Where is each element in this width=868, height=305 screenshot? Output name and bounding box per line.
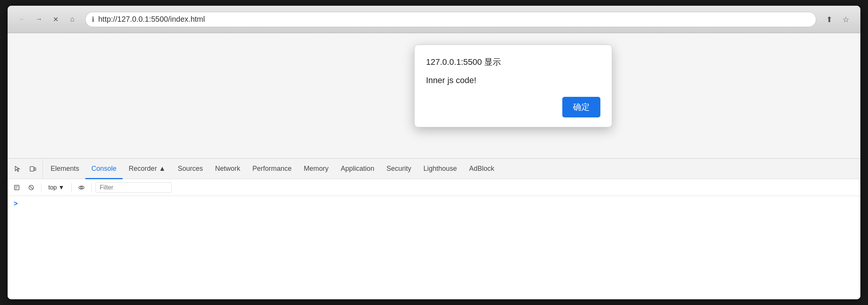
svg-point-6: [81, 186, 83, 188]
url-text: http://127.0.0.1:5500/index.html: [98, 15, 205, 24]
home-icon: ⌂: [70, 15, 75, 23]
home-button[interactable]: ⌂: [65, 13, 79, 26]
browser-chrome: ← → ✕ ⌂ ℹ http://127.0.0.1:5500/index.ht…: [8, 6, 860, 33]
svg-line-4: [30, 186, 33, 189]
toolbar-separator: [41, 183, 41, 192]
devtools-icon-buttons: [11, 159, 43, 179]
bookmark-icon: ☆: [842, 15, 849, 24]
toolbar-separator-3: [91, 183, 92, 192]
context-label: top: [48, 184, 57, 191]
console-toolbar: top ▼: [8, 179, 860, 196]
eye-button[interactable]: [75, 181, 88, 194]
filter-input[interactable]: [96, 182, 172, 193]
device-toolbar-button[interactable]: [26, 162, 40, 176]
browser-content: 127.0.0.1:5500 显示 Inner js code! 确定: [8, 33, 860, 299]
devtools-panel: Elements Console Recorder ▲ Sources Netw…: [8, 158, 860, 299]
cursor-icon: [14, 165, 21, 172]
info-icon: ℹ: [92, 15, 94, 24]
no-icon-button[interactable]: [25, 181, 37, 194]
tab-memory[interactable]: Memory: [298, 159, 335, 179]
inspect-element-button[interactable]: [11, 162, 24, 176]
browser-window: ← → ✕ ⌂ ℹ http://127.0.0.1:5500/index.ht…: [8, 6, 860, 299]
browser-titlebar: ← → ✕ ⌂ ℹ http://127.0.0.1:5500/index.ht…: [8, 6, 860, 33]
share-button[interactable]: ⬆: [822, 13, 836, 26]
alert-ok-button[interactable]: 确定: [562, 97, 600, 117]
tab-network[interactable]: Network: [209, 159, 246, 179]
context-selector[interactable]: top ▼: [45, 183, 67, 193]
share-icon: ⬆: [826, 15, 833, 24]
alert-dialog: 127.0.0.1:5500 显示 Inner js code! 确定: [414, 45, 612, 127]
tab-adblock[interactable]: AdBlock: [463, 159, 500, 179]
bookmark-button[interactable]: ☆: [839, 13, 853, 26]
svg-rect-1: [34, 168, 36, 170]
nav-buttons: ← → ✕ ⌂: [15, 13, 79, 26]
forward-button[interactable]: →: [32, 13, 46, 26]
tab-security[interactable]: Security: [380, 159, 417, 179]
tab-console[interactable]: Console: [85, 159, 123, 179]
back-button[interactable]: ←: [15, 13, 29, 26]
console-prompt: >: [14, 200, 854, 208]
toolbar-right: ⬆ ☆: [822, 13, 853, 26]
page-area: 127.0.0.1:5500 显示 Inner js code! 确定: [8, 33, 860, 158]
toolbar-separator-2: [71, 183, 72, 192]
tab-recorder[interactable]: Recorder ▲: [123, 159, 172, 179]
alert-title: 127.0.0.1:5500 显示: [426, 56, 600, 68]
tab-application[interactable]: Application: [335, 159, 380, 179]
address-bar[interactable]: ℹ http://127.0.0.1:5500/index.html: [85, 12, 816, 27]
block-icon: [28, 185, 34, 191]
svg-rect-0: [30, 167, 34, 171]
reload-icon: ✕: [53, 15, 59, 24]
clear-icon: [14, 185, 20, 191]
forward-icon: →: [35, 15, 42, 23]
alert-message: Inner js code!: [426, 75, 600, 85]
tab-elements[interactable]: Elements: [45, 159, 85, 179]
alert-buttons: 确定: [426, 97, 600, 117]
reload-button[interactable]: ✕: [49, 13, 62, 26]
device-icon: [29, 165, 36, 172]
tab-lighthouse[interactable]: Lighthouse: [417, 159, 463, 179]
eye-icon: [78, 185, 85, 191]
dropdown-arrow-icon: ▼: [58, 184, 64, 191]
tab-sources[interactable]: Sources: [172, 159, 209, 179]
devtools-tabs: Elements Console Recorder ▲ Sources Netw…: [8, 159, 860, 179]
clear-console-button[interactable]: [11, 181, 23, 194]
tab-performance[interactable]: Performance: [246, 159, 298, 179]
console-output[interactable]: >: [8, 196, 860, 299]
console-chevron: >: [14, 200, 18, 208]
back-icon: ←: [19, 15, 26, 23]
